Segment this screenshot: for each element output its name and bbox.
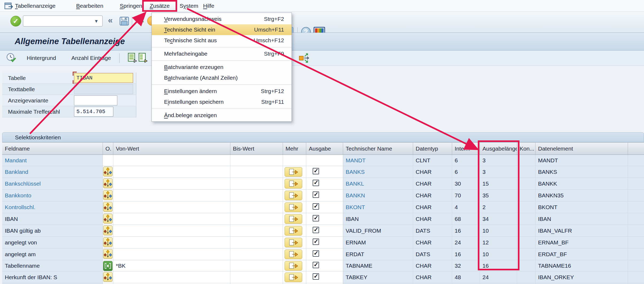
- enter-check-icon[interactable]: ✓: [10, 16, 21, 26]
- menu-springen[interactable]: Springen: [118, 0, 144, 11]
- bis-wert-cell[interactable]: [230, 155, 283, 166]
- multiple-selection-icon[interactable]: [103, 214, 112, 224]
- ausgabe-checkbox[interactable]: ✓: [313, 239, 319, 245]
- ausgabe-checkbox[interactable]: ✓: [313, 227, 319, 233]
- von-wert-cell[interactable]: [113, 237, 230, 248]
- execute-in-background-icon[interactable]: [6, 53, 17, 63]
- ausgabe-checkbox[interactable]: ✓: [313, 215, 319, 221]
- von-wert-cell[interactable]: [113, 271, 230, 283]
- mehr-button[interactable]: [285, 179, 302, 189]
- hintergrund-button[interactable]: Hintergrund: [27, 51, 56, 66]
- bis-wert-cell[interactable]: [230, 213, 283, 225]
- column-header[interactable]: Feldname: [2, 143, 103, 155]
- ausgabe-checkbox[interactable]: ✓: [313, 191, 319, 198]
- anzeigevariante-input[interactable]: [74, 95, 117, 105]
- menu-hilfe[interactable]: Hilfe: [201, 0, 216, 11]
- mehr-button[interactable]: [285, 214, 302, 224]
- multiple-selection-icon[interactable]: [103, 237, 112, 247]
- von-wert-cell[interactable]: *BK: [113, 260, 230, 271]
- collapse-chevron-icon[interactable]: «: [108, 15, 113, 25]
- von-wert-cell[interactable]: [113, 190, 230, 201]
- multiple-selection-icon[interactable]: [103, 167, 112, 176]
- multiple-selection-icon[interactable]: [103, 190, 112, 200]
- mehr-button[interactable]: [285, 202, 302, 212]
- column-header[interactable]: Kon...: [517, 143, 535, 155]
- multiple-selection-icon[interactable]: [103, 202, 112, 212]
- command-dropdown-icon[interactable]: ▼: [94, 19, 99, 24]
- ausgabe-checkbox[interactable]: ✓: [313, 262, 319, 268]
- column-header[interactable]: Technischer Name: [343, 143, 413, 155]
- column-header[interactable]: Inter...: [452, 143, 480, 155]
- von-wert-cell[interactable]: [113, 155, 230, 166]
- back-icon[interactable]: ««: [135, 14, 143, 25]
- dropdown-menu-item[interactable]: Mehrfacheingabe Strg+F9: [152, 48, 292, 59]
- mehr-cell: [283, 271, 306, 283]
- mehr-button[interactable]: [285, 273, 302, 282]
- menu-bearbeiten[interactable]: Bearbeiten: [74, 0, 106, 11]
- column-header[interactable]: Bis-Wert: [230, 143, 283, 155]
- deselect-all-fields-icon[interactable]: [138, 53, 148, 63]
- expand-fullscreen-icon[interactable]: [298, 52, 311, 64]
- mehr-button[interactable]: [285, 250, 302, 259]
- command-field-input[interactable]: [23, 16, 103, 26]
- von-wert-cell[interactable]: [113, 166, 230, 178]
- column-header[interactable]: Mehr: [283, 143, 306, 155]
- dropdown-menu-item[interactable]: Technische Sicht aus Umsch+F12: [152, 35, 292, 46]
- datenelement-cell: ERDAT_BF: [535, 248, 628, 260]
- anzahl-eintraege-button[interactable]: Anzahl Einträge: [71, 51, 111, 66]
- ausgabe-checkbox[interactable]: ✓: [313, 180, 319, 186]
- exclude-selection-icon[interactable]: ×: [103, 261, 112, 271]
- dropdown-menu-item[interactable]: Technische Sicht ein Umsch+F11: [152, 24, 292, 35]
- dropdown-menu-item[interactable]: Änd.belege anzeigen: [152, 110, 292, 121]
- max-trefferzahl-input[interactable]: 5.514.705: [74, 107, 113, 117]
- select-all-fields-icon[interactable]: [128, 53, 137, 63]
- von-wert-cell[interactable]: [113, 248, 230, 260]
- menu-system[interactable]: System: [177, 0, 200, 11]
- column-header[interactable]: Datenelement: [535, 143, 628, 155]
- texttabelle-label: Texttabelle: [8, 84, 35, 95]
- menu-tabellenanzeige[interactable]: Tabellenanzeige: [13, 0, 58, 11]
- multiple-selection-icon[interactable]: [103, 225, 112, 235]
- column-header[interactable]: Datentyp: [413, 143, 452, 155]
- dropdown-menu-item[interactable]: Einstellungen speichern Strg+F11: [152, 97, 292, 107]
- bis-wert-cell[interactable]: [230, 260, 283, 271]
- multiple-selection-icon[interactable]: [103, 178, 112, 188]
- dropdown-menu-item[interactable]: Batchvariante (Anzahl Zeilen): [152, 72, 292, 83]
- ausgabe-checkbox[interactable]: ✓: [313, 203, 319, 210]
- mehr-button[interactable]: [285, 167, 302, 177]
- dropdown-menu-item[interactable]: Batchvariante erzeugen: [152, 62, 292, 72]
- mehr-button[interactable]: [285, 226, 302, 236]
- mehr-button[interactable]: [285, 238, 302, 247]
- session-window-icon[interactable]: [4, 2, 13, 10]
- dropdown-menu-item[interactable]: Einstellungen ändern Strg+F12: [152, 86, 292, 97]
- ausgabe-checkbox[interactable]: ✓: [313, 250, 319, 257]
- multiple-selection-icon[interactable]: [103, 249, 112, 259]
- column-header[interactable]: Ausgabelänge: [480, 143, 517, 155]
- bis-wert-cell[interactable]: [230, 166, 283, 178]
- column-header[interactable]: [628, 143, 644, 155]
- bis-wert-cell[interactable]: [230, 190, 283, 201]
- bis-wert-cell[interactable]: [230, 201, 283, 213]
- column-header[interactable]: O.: [103, 143, 113, 155]
- menu-zusaetze[interactable]: Zusätze: [143, 1, 176, 11]
- bis-wert-cell[interactable]: [230, 271, 283, 283]
- bis-wert-cell[interactable]: [230, 248, 283, 260]
- dropdown-menu-item[interactable]: Verwendungsnachweis Strg+F2: [152, 14, 292, 24]
- multiple-selection-icon[interactable]: [103, 272, 112, 282]
- column-header[interactable]: Ausgabe: [306, 143, 343, 155]
- column-header[interactable]: Von-Wert: [113, 143, 230, 155]
- ausgabe-checkbox[interactable]: ✓: [313, 168, 319, 174]
- ausgabe-checkbox[interactable]: ✓: [313, 273, 319, 280]
- von-wert-cell[interactable]: [113, 201, 230, 213]
- tabelle-input[interactable]: TIBAN: [74, 73, 133, 83]
- bis-wert-cell[interactable]: [230, 225, 283, 237]
- von-wert-cell[interactable]: [113, 178, 230, 190]
- bis-wert-cell[interactable]: [230, 237, 283, 248]
- save-icon[interactable]: [119, 16, 130, 26]
- mehr-button[interactable]: [285, 191, 302, 200]
- bis-wert-cell[interactable]: [230, 178, 283, 190]
- mehr-button[interactable]: [285, 261, 302, 271]
- mehr-cell: [283, 260, 306, 271]
- von-wert-cell[interactable]: [113, 225, 230, 237]
- von-wert-cell[interactable]: [113, 213, 230, 225]
